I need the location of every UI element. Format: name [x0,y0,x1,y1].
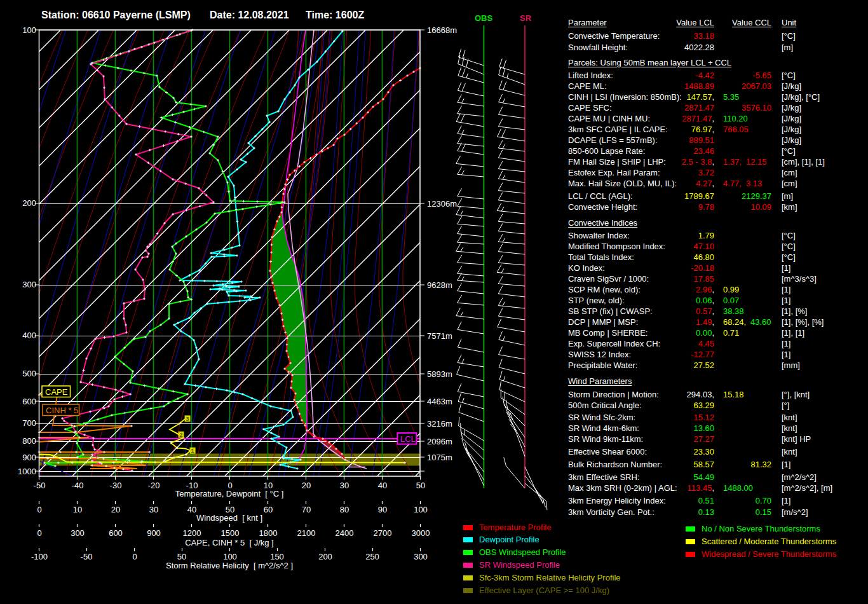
svg-text:3: 3 [186,416,189,422]
svg-text:2: 2 [179,432,182,438]
svg-text:1: 1 [191,448,194,454]
